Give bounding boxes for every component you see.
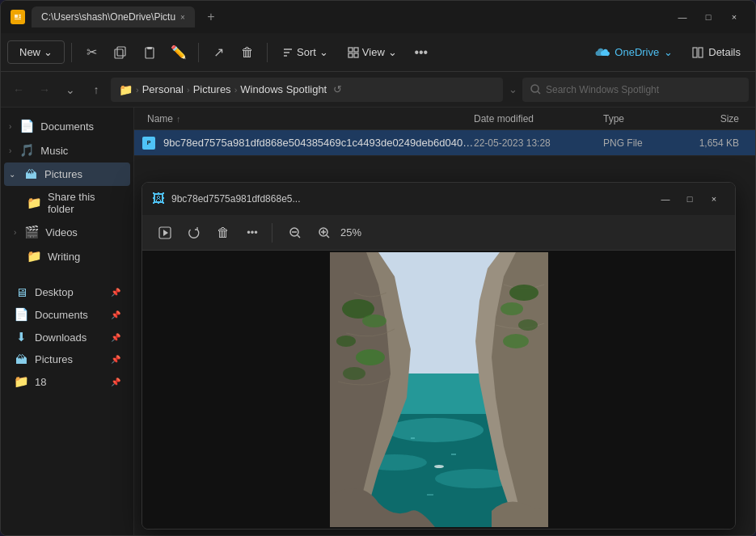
- sidebar-quick-18[interactable]: 📁 18 📌: [4, 370, 130, 393]
- viewer-zoom-percent: 25%: [340, 226, 370, 238]
- onedrive-button[interactable]: OneDrive ⌄: [587, 42, 681, 62]
- paste-button[interactable]: [137, 40, 163, 65]
- svg-rect-11: [354, 53, 358, 57]
- svg-point-35: [356, 349, 385, 365]
- cut-button[interactable]: ✂: [78, 40, 104, 65]
- refresh-button[interactable]: ↺: [333, 83, 342, 95]
- path-chevron-1: ›: [136, 85, 139, 95]
- viewer-zoom-in-button[interactable]: [311, 220, 337, 246]
- table-row[interactable]: P 9bc78ed7575a981dfd868e504385469c1c4493…: [134, 130, 755, 156]
- rename-button[interactable]: ✏️: [166, 40, 192, 65]
- tab-close-icon[interactable]: ×: [180, 13, 185, 22]
- column-name-label: Name: [147, 113, 173, 125]
- share-folder-icon: 📁: [27, 196, 41, 210]
- column-date-label: Date modified: [474, 113, 534, 125]
- svg-rect-10: [348, 53, 353, 57]
- svg-point-41: [434, 465, 444, 468]
- quick-pictures-icon: 🏔: [14, 352, 28, 366]
- minimize-button[interactable]: —: [671, 9, 694, 25]
- sidebar-quick-documents[interactable]: 📄 Documents 📌: [4, 303, 130, 326]
- toolbar: New ⌄ ✂ ✏️ ↗ 🗑 Sort: [1, 33, 755, 72]
- svg-marker-17: [163, 230, 168, 236]
- viewer-zoom-out-button[interactable]: [282, 220, 308, 246]
- svg-rect-1: [115, 49, 123, 58]
- svg-point-40: [503, 334, 529, 348]
- path-chevron-2: ›: [187, 85, 190, 95]
- svg-line-15: [538, 91, 540, 94]
- sidebar-label-music: Music: [40, 145, 68, 157]
- pictures-icon: 🏔: [23, 167, 38, 181]
- viewer-title-bar: 🖼 9bc78ed7575a981dfd868e5... — □ ×: [142, 183, 735, 215]
- sidebar-item-share-folder[interactable]: 📁 Share this folder: [4, 186, 130, 220]
- pin-icon: 📌: [111, 288, 120, 297]
- sidebar-label-pictures2: Pictures: [35, 353, 73, 365]
- app-icon: [11, 10, 25, 24]
- svg-point-38: [500, 302, 523, 315]
- svg-point-33: [362, 314, 386, 327]
- viewer-rotate-button[interactable]: [181, 220, 207, 246]
- path-personal: Personal: [142, 83, 184, 95]
- sidebar-item-writing[interactable]: 📁 Writing: [4, 244, 130, 268]
- sidebar-item-documents[interactable]: › 📄 Documents: [4, 114, 130, 138]
- column-date[interactable]: Date modified: [474, 113, 603, 125]
- sidebar-item-music[interactable]: › 🎵 Music: [4, 138, 130, 162]
- column-type[interactable]: Type: [603, 113, 684, 125]
- documents-icon: 📄: [19, 119, 34, 133]
- delete-button[interactable]: 🗑: [234, 40, 260, 65]
- videos-icon: 🎬: [24, 225, 39, 239]
- sidebar-quick-downloads[interactable]: ⬇ Downloads 📌: [4, 326, 130, 348]
- back-button[interactable]: ←: [7, 78, 30, 101]
- sidebar-label-videos: Videos: [45, 226, 78, 238]
- new-tab-button[interactable]: +: [201, 7, 221, 27]
- share-button[interactable]: ↗: [205, 40, 231, 65]
- path-chevron-3: ›: [234, 85, 238, 95]
- maximize-button[interactable]: □: [697, 9, 720, 25]
- window-tab[interactable]: C:\Users\shash\OneDrive\Pictu ×: [32, 6, 195, 27]
- viewer-slideshow-button[interactable]: [152, 220, 178, 246]
- file-name: 9bc78ed7575a981dfd868e504385469c1c4493de…: [163, 137, 474, 149]
- viewer-more-button[interactable]: •••: [239, 220, 265, 246]
- svg-rect-9: [354, 48, 358, 52]
- tab-title: C:\Users\shash\OneDrive\Pictu: [41, 11, 175, 23]
- viewer-close-button[interactable]: ×: [703, 191, 725, 207]
- viewer-maximize-button[interactable]: □: [678, 191, 701, 207]
- column-size[interactable]: Size: [684, 113, 749, 125]
- search-box[interactable]: Search Windows Spotlight: [522, 78, 749, 102]
- more-options-button[interactable]: •••: [408, 40, 434, 65]
- file-type: PNG File: [603, 137, 684, 149]
- details-button[interactable]: Details: [684, 42, 749, 62]
- file-date: 22-05-2023 13:28: [474, 137, 603, 149]
- sort-button[interactable]: Sort ⌄: [274, 41, 336, 63]
- svg-rect-4: [147, 47, 152, 49]
- chevron-icon: ›: [9, 146, 11, 155]
- toolbar-separator-1: [71, 43, 72, 62]
- svg-point-36: [343, 367, 365, 380]
- view-button[interactable]: View ⌄: [340, 41, 405, 63]
- close-button[interactable]: ×: [723, 9, 745, 25]
- address-dropdown-button[interactable]: ⌄: [506, 83, 519, 95]
- address-path[interactable]: 📁 › Personal › Pictures › Windows Spotli…: [111, 78, 503, 102]
- window-controls: — □ ×: [671, 9, 745, 25]
- file-size: 1,654 KB: [684, 137, 749, 149]
- sidebar-quick-desktop[interactable]: 🖥 Desktop 📌: [4, 281, 130, 303]
- viewer-minimize-button[interactable]: —: [654, 191, 677, 207]
- column-name[interactable]: Name ↑: [141, 113, 474, 125]
- sidebar-label-documents: Documents: [40, 120, 94, 133]
- forward-button[interactable]: →: [33, 78, 56, 101]
- sort-chevron-icon: ⌄: [319, 46, 328, 58]
- up-button[interactable]: ↑: [85, 78, 108, 101]
- svg-point-29: [386, 418, 484, 442]
- sidebar-item-pictures[interactable]: ⌄ 🏔 Pictures: [4, 162, 130, 186]
- pin-icon: 📌: [111, 310, 120, 319]
- copy-button[interactable]: [108, 40, 133, 65]
- sidebar-quick-pictures[interactable]: 🏔 Pictures 📌: [4, 348, 130, 370]
- sidebar-item-videos[interactable]: › 🎬 Videos: [4, 220, 130, 244]
- new-button[interactable]: New ⌄: [7, 40, 65, 64]
- history-button[interactable]: ⌄: [59, 78, 82, 101]
- viewer-delete-button[interactable]: 🗑: [210, 220, 236, 246]
- viewer-image-area: [142, 251, 735, 529]
- toolbar-separator-3: [267, 43, 268, 62]
- sidebar: › 📄 Documents › 🎵 Music ⌄ 🏔 Pictures 📁 S…: [1, 108, 134, 535]
- address-bar: ← → ⌄ ↑ 📁 › Personal › Pictures › Window…: [1, 72, 755, 108]
- path-folder-icon: 📁: [119, 83, 133, 96]
